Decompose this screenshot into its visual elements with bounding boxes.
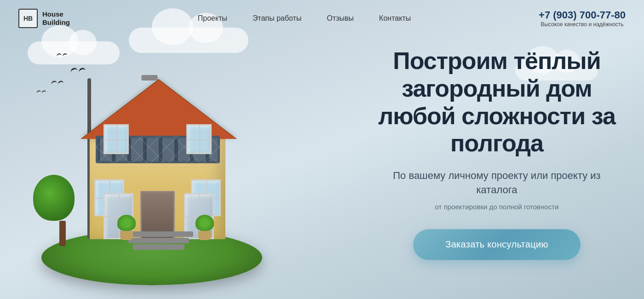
window-attic-left [104,124,129,154]
logo-box: HB [18,9,38,28]
nav-stages[interactable]: Этапы работы [253,14,302,23]
plant-right [196,215,214,240]
cta-button[interactable]: Заказать консультацию [413,229,581,260]
hero-caption: от проектировки до полной готовности [377,203,616,211]
nav-reviews[interactable]: Отзывы [327,14,354,23]
tree-trunk [59,221,66,246]
nav-projects[interactable]: Проекты [198,14,227,23]
step-2 [128,238,189,243]
logo-abbr: HB [23,15,33,22]
plant-pot-right [198,231,211,240]
step-3 [133,244,185,250]
tree [51,175,75,246]
hero-subtitle: По вашему личному проекту или проекту из… [377,169,616,198]
window-attic-right [186,124,212,154]
logo-link[interactable]: HB House Building [18,9,70,28]
house-illustration [14,37,290,299]
header-phone-block: +7 (903) 700-77-80 Высокое качество и на… [539,9,626,28]
hero-content: Построим тёплый загородный дом любой сло… [377,47,616,260]
plant-left [117,215,136,240]
hero-title: Построим тёплый загородный дом любой сло… [377,47,616,157]
logo-name: House Building [42,10,70,27]
phone-number[interactable]: +7 (903) 700-77-80 [539,9,626,21]
main-nav: Проекты Этапы работы Отзывы Контакты [70,14,539,23]
site-header: HB House Building Проекты Этапы работы О… [0,0,644,37]
plant-foliage-left [117,215,136,231]
plant-pot-left [120,231,133,240]
plant-foliage-right [196,215,214,231]
roof-ridge [142,75,158,80]
tree-top [33,175,75,221]
hero-section: HB House Building Проекты Этапы работы О… [0,0,644,299]
nav-contacts[interactable]: Контакты [379,14,411,23]
phone-tagline: Высокое качество и надёжность [539,21,626,28]
